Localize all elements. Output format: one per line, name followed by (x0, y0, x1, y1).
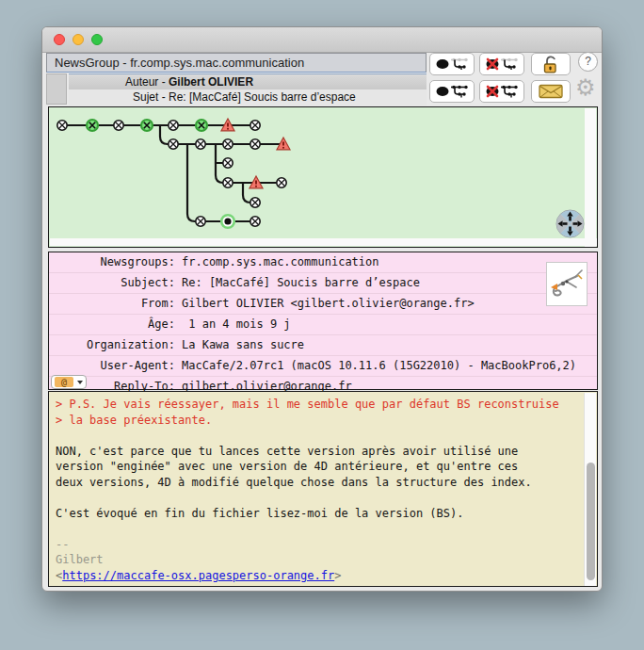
thread-node-cross[interactable] (223, 139, 233, 149)
message-link[interactable]: https://maccafe-osx.pagesperso-orange.fr (62, 569, 334, 582)
header-value: MacCafe/2.07rc1 (macOS 10.11.6 (15G22010… (175, 356, 576, 376)
header-label: Subject: (49, 273, 175, 293)
maccafe-window: NewsGroup - fr.comp.sys.mac.communicatio… (41, 26, 603, 592)
thread-node-cross[interactable] (196, 217, 205, 226)
expand-thread-button[interactable] (429, 80, 475, 103)
zoom-button[interactable] (91, 34, 103, 45)
at-icon: @ (55, 377, 73, 387)
mail-reply-button[interactable] (531, 80, 571, 103)
compass-navigation-button[interactable] (555, 209, 585, 238)
author-name: Gilbert OLIVIER (169, 75, 253, 89)
expand-delete-thread-button[interactable] (479, 80, 524, 103)
map-horizontal-scroll-area[interactable] (50, 238, 598, 246)
message-line (56, 490, 580, 506)
thread-node-cross[interactable] (169, 121, 178, 130)
thread-node-cross[interactable] (169, 139, 178, 149)
thread-node-green[interactable] (196, 120, 207, 131)
thread-collapsed-icon (435, 57, 469, 72)
collapse-delete-thread-button[interactable] (479, 53, 524, 75)
email-address-button[interactable]: @ (51, 375, 87, 389)
scrollbar-track[interactable] (584, 393, 596, 587)
thread-node-cross[interactable] (250, 121, 260, 130)
thread-expanded-delete-icon (485, 84, 519, 99)
thread-map[interactable] (49, 107, 597, 247)
message-line: <https://maccafe-osx.pagesperso-orange.f… (56, 568, 580, 584)
thread-node-selected[interactable] (221, 215, 234, 228)
header-value: 1 an 4 mois 9 j (175, 315, 291, 334)
header-rows: Newsgroups:fr.comp.sys.mac.communication… (49, 252, 597, 397)
message-line: deux versions, 4D à modifié quelque chos… (56, 475, 580, 491)
thread-node-green[interactable] (87, 120, 98, 131)
thread-node-cross[interactable] (114, 121, 123, 130)
gear-icon[interactable]: ⚙ (575, 76, 596, 99)
help-button[interactable]: ? (578, 52, 598, 72)
message-line: version "enginée" avec une version de 4D… (56, 459, 580, 475)
close-button[interactable] (54, 34, 65, 45)
header-label: From: (49, 294, 175, 314)
map-vertical-scroll-area[interactable] (585, 108, 596, 248)
article-headers-pane: Newsgroups:fr.comp.sys.mac.communication… (48, 252, 598, 390)
message-line (56, 428, 580, 444)
desktop: { "window": { "newsgroup_title": "NewsGr… (0, 0, 644, 650)
message-line: NON, c'est parce que tu lances cette ver… (56, 444, 580, 460)
thread-node-cross[interactable] (250, 198, 260, 207)
header-label: Âge: (49, 315, 175, 334)
message-line: Gilbert (56, 552, 580, 568)
lock-button[interactable] (531, 53, 571, 75)
header-label: User-Agent: (49, 356, 175, 376)
corner-box (46, 73, 67, 105)
crashed-plane-doodle-icon (547, 263, 587, 305)
title-bar[interactable] (42, 27, 602, 53)
message-line: C'est évoqué en fin du fichier lisez-moi… (56, 506, 580, 522)
thread-node-cross[interactable] (250, 139, 260, 149)
collapse-thread-button[interactable] (429, 53, 475, 75)
thread-node-cross[interactable] (196, 139, 205, 149)
thread-edge (160, 125, 283, 144)
minimize-button[interactable] (72, 34, 84, 45)
header-row: Newsgroups:fr.comp.sys.mac.communication (49, 252, 597, 273)
header-row: From:Gilbert OLIVIER <gilbert.olivier@or… (49, 294, 597, 315)
header-value: Gilbert OLIVIER <gilbert.olivier@orange.… (175, 294, 475, 314)
thread-node-cross[interactable] (223, 158, 233, 168)
header-row: Subject:Re: [MacCafé] Soucis barre d’esp… (49, 273, 597, 294)
header-label: Organization: (49, 335, 175, 355)
traffic-lights (54, 34, 103, 45)
scrollbar-thumb[interactable] (587, 463, 595, 580)
stamp-image (546, 262, 588, 306)
thread-collapsed-delete-icon (485, 57, 519, 72)
header-value: La Kawa sans sucre (175, 335, 304, 355)
thread-expanded-icon (435, 84, 469, 99)
thread-node-cross[interactable] (57, 121, 67, 130)
thread-node-cross[interactable] (223, 178, 233, 187)
author-row: Auteur - Gilbert OLIVIER (69, 73, 427, 89)
message-text: > P.S. Je vais réessayer, mais il me sem… (49, 392, 584, 586)
header-row: User-Agent:MacCafe/2.07rc1 (macOS 10.11.… (49, 356, 597, 377)
newsgroup-title-bar: NewsGroup - fr.comp.sys.mac.communicatio… (46, 53, 427, 73)
message-line (56, 521, 580, 537)
chevron-down-icon[interactable] (77, 381, 83, 384)
envelope-icon (539, 83, 563, 100)
header-value: Re: [MacCafé] Soucis barre d’espace (175, 273, 420, 293)
lock-open-icon (540, 55, 561, 74)
header-label: Newsgroups: (49, 252, 175, 272)
subject-row: Sujet - Re: [MacCafé] Soucis barre d’esp… (69, 89, 427, 106)
message-body-pane: > P.S. Je vais réessayer, mais il me sem… (48, 391, 598, 587)
thread-node-green[interactable] (141, 120, 153, 131)
header-row: Organization:La Kawa sans sucre (49, 335, 597, 356)
thread-map-pane[interactable] (48, 106, 598, 248)
message-line: > la base préexistante. (56, 413, 580, 429)
author-label: Auteur - (125, 75, 169, 89)
thread-node-cross[interactable] (250, 217, 260, 226)
message-line: > P.S. Je vais réessayer, mais il me sem… (56, 397, 580, 413)
message-line: -- (56, 537, 580, 553)
header-value: fr.comp.sys.mac.communication (175, 252, 379, 272)
thread-node-cross[interactable] (277, 178, 286, 187)
header-row: Âge: 1 an 4 mois 9 j (49, 315, 597, 335)
